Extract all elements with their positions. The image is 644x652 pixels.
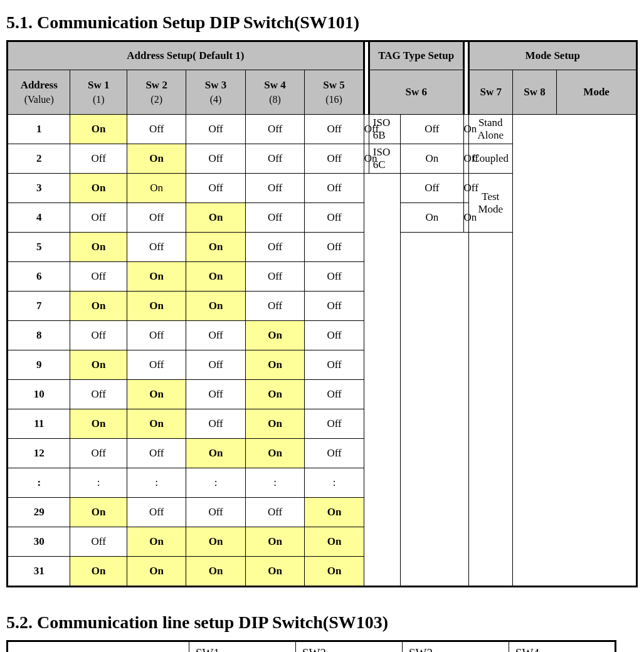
cell: Off: [127, 321, 186, 350]
cell: Off: [127, 233, 186, 262]
cell: On: [245, 557, 304, 587]
cell: 3: [8, 174, 70, 203]
t2-sw4: SW4: [509, 641, 616, 653]
cell: On: [245, 321, 304, 350]
mode-empty2: [468, 233, 512, 587]
cell: Off: [70, 262, 127, 292]
t2-blank: [8, 641, 189, 653]
cell: On: [186, 262, 245, 292]
cell: On: [70, 409, 127, 439]
cell: On: [305, 557, 364, 587]
table-row: 8OffOffOffOnOff: [8, 321, 637, 350]
cell: On: [401, 203, 464, 233]
cell: On: [305, 498, 364, 527]
cell: On: [245, 439, 304, 468]
divider: [364, 41, 369, 115]
section-5-1-heading: 5.1. Communication Setup DIP Switch(SW10…: [6, 13, 638, 33]
mode-empty: [401, 233, 469, 587]
table-row: 30OffOnOnOnOn: [8, 527, 637, 557]
cell: Off: [127, 115, 186, 144]
cell: :: [186, 468, 245, 498]
cell: Off: [245, 203, 304, 233]
cell: Off: [186, 174, 245, 203]
cell: On: [127, 174, 186, 203]
cell: Off: [245, 498, 304, 527]
tag-type-setup-header: TAG Type Setup: [369, 41, 463, 70]
cell: On: [245, 380, 304, 409]
sw101-table: Address Setup( Default 1) TAG Type Setup…: [6, 40, 638, 587]
cell: Off: [127, 203, 186, 233]
cell: On: [364, 144, 369, 174]
cell: Off: [127, 498, 186, 527]
cell: On: [245, 350, 304, 380]
table-row: 2OffOnOffOffOffOnISO 6COnOffCoupled: [8, 144, 637, 174]
cell: On: [70, 115, 127, 144]
cell: 4: [8, 203, 70, 233]
sw103-table: SW1 SW2 SW3 SW4 RS-232 communication OFF…: [6, 640, 616, 652]
cell: On: [127, 557, 186, 587]
section-5-2-heading: 5.2. Communication line setup DIP Switch…: [6, 613, 638, 633]
cell: Off: [401, 174, 464, 203]
cell: 2: [8, 144, 70, 174]
col-address: Address(Value): [8, 70, 70, 115]
cell: 8: [8, 321, 70, 350]
table-row: 5OnOffOnOffOff: [8, 233, 637, 262]
t2-sw1: SW1: [189, 641, 296, 653]
cell: Off: [245, 144, 304, 174]
cell: On: [127, 380, 186, 409]
cell: :: [8, 468, 70, 498]
cell: On: [70, 498, 127, 527]
cell: Off: [186, 380, 245, 409]
table-row: 9OnOffOffOnOff: [8, 350, 637, 380]
col-sw4: Sw 4(8): [245, 70, 304, 115]
cell: Off: [70, 380, 127, 409]
col-sw5: Sw 5(16): [305, 70, 364, 115]
table-row: 12OffOffOnOnOff: [8, 439, 637, 468]
table-row: ::::::: [8, 468, 637, 498]
cell: 29: [8, 498, 70, 527]
cell: On: [245, 409, 304, 439]
cell: On: [127, 409, 186, 439]
cell: Off: [186, 498, 245, 527]
cell: Off: [305, 292, 364, 321]
col-sw3: Sw 3(4): [186, 70, 245, 115]
cell: 31: [8, 557, 70, 587]
divider: [463, 41, 468, 115]
mode-setup-header: Mode Setup: [468, 41, 636, 70]
col-sw8: Sw 8: [512, 70, 556, 115]
t2-sw3: SW3: [403, 641, 509, 653]
cell: :: [305, 468, 364, 498]
col-sw6: Sw 6: [369, 70, 463, 115]
cell: On: [463, 115, 468, 144]
cell: On: [70, 350, 127, 380]
cell: Off: [70, 321, 127, 350]
cell: Off: [186, 144, 245, 174]
cell: Off: [127, 439, 186, 468]
cell: On: [186, 292, 245, 321]
cell: Off: [463, 144, 468, 174]
cell: On: [70, 174, 127, 203]
cell: On: [127, 292, 186, 321]
cell: Off: [305, 380, 364, 409]
cell: 7: [8, 292, 70, 321]
cell: Off: [305, 409, 364, 439]
cell: Off: [305, 321, 364, 350]
address-setup-header: Address Setup( Default 1): [8, 41, 364, 70]
table-row: 1OnOffOffOffOffOffISO 6BOffOnStand Alone: [8, 115, 637, 144]
cell: 1: [8, 115, 70, 144]
cell: Coupled: [468, 144, 512, 174]
cell: Off: [70, 144, 127, 174]
cell: 30: [8, 527, 70, 557]
cell: 11: [8, 409, 70, 439]
cell: Off: [463, 174, 468, 203]
cell: ISO 6C: [369, 144, 400, 174]
cell: 9: [8, 350, 70, 380]
cell: On: [186, 203, 245, 233]
col-mode: Mode: [557, 70, 637, 115]
cell: Off: [186, 115, 245, 144]
col-sw7: Sw 7: [468, 70, 512, 115]
table-row: 7OnOnOnOffOff: [8, 292, 637, 321]
cell: Off: [186, 321, 245, 350]
cell: Off: [70, 527, 127, 557]
cell: ISO 6B: [369, 115, 400, 144]
